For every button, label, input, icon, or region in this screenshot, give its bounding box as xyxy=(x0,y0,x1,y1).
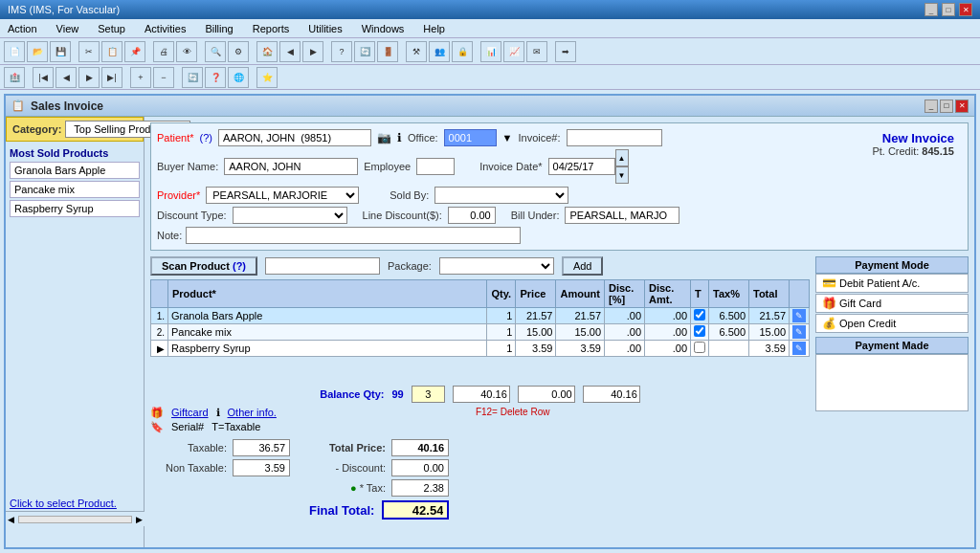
sold-by-select[interactable] xyxy=(434,187,568,204)
row-amount[interactable]: 15.00 xyxy=(556,324,605,341)
row-total[interactable]: 15.00 xyxy=(749,324,790,341)
gift-card-item[interactable]: 🎁 Gift Card xyxy=(815,294,969,313)
row-amount[interactable]: 3.59 xyxy=(556,341,605,357)
menu-setup[interactable]: Setup xyxy=(94,21,129,36)
tb2-left[interactable]: ◀ xyxy=(56,67,77,88)
tb-new[interactable]: 📄 xyxy=(4,41,25,62)
tb-help[interactable]: ? xyxy=(331,41,352,62)
tb-arrow[interactable]: ➡ xyxy=(555,41,576,62)
menu-reports[interactable]: Reports xyxy=(249,21,294,36)
package-select[interactable] xyxy=(439,257,554,275)
tb-preview[interactable]: 👁 xyxy=(176,41,197,62)
giftcard-link[interactable]: Giftcard xyxy=(171,407,209,419)
tb-copy[interactable]: 📋 xyxy=(101,41,122,62)
row-disc-amt[interactable]: .00 xyxy=(645,341,691,357)
taxable-check-1[interactable] xyxy=(694,309,705,321)
invoice-num-input[interactable] xyxy=(567,129,662,146)
row-taxable[interactable] xyxy=(691,341,709,357)
tb2-logo[interactable]: 🏥 xyxy=(4,67,25,88)
row-qty[interactable]: 1 xyxy=(487,308,516,324)
row-product[interactable] xyxy=(168,324,487,341)
discount-value[interactable] xyxy=(391,459,449,476)
invoice-date-input[interactable] xyxy=(548,158,615,175)
row-disc-pct[interactable]: .00 xyxy=(605,324,645,341)
tb-home[interactable]: 🏠 xyxy=(256,41,278,62)
inner-maximize[interactable]: □ xyxy=(940,100,953,113)
product-input-1[interactable] xyxy=(171,310,483,321)
row-taxable[interactable] xyxy=(691,308,709,324)
date-down[interactable]: ▼ xyxy=(615,166,629,184)
tb-mail[interactable]: ✉ xyxy=(526,41,547,62)
tb-search[interactable]: 🔍 xyxy=(205,41,226,62)
row-disc-amt[interactable]: .00 xyxy=(645,324,691,341)
tb2-globe[interactable]: 🌐 xyxy=(228,67,249,88)
tb2-right[interactable]: ▶ xyxy=(78,67,100,88)
discount-type-select[interactable] xyxy=(233,207,347,224)
edit-row-3[interactable]: ✎ xyxy=(792,342,806,355)
inner-close[interactable]: ✕ xyxy=(955,100,969,113)
tb-lock[interactable]: 🔒 xyxy=(452,41,473,62)
menu-windows[interactable]: Windows xyxy=(358,21,409,36)
menu-billing[interactable]: Billing xyxy=(201,21,236,36)
tb2-refresh2[interactable]: 🔄 xyxy=(182,67,203,88)
tb-filter[interactable]: ⚙ xyxy=(228,41,249,62)
provider-select[interactable]: PEARSALL, MARJORIE xyxy=(206,187,359,204)
edit-row-2[interactable]: ✎ xyxy=(792,325,806,339)
menu-action[interactable]: Action xyxy=(4,21,41,36)
menu-activities[interactable]: Activities xyxy=(141,21,189,36)
tb-users[interactable]: 👥 xyxy=(429,41,450,62)
menu-help[interactable]: Help xyxy=(419,21,449,36)
patient-search-icon[interactable]: (?) xyxy=(200,132,212,144)
row-amount[interactable]: 21.57 xyxy=(556,308,605,324)
tb2-del[interactable]: − xyxy=(153,67,174,88)
taxable-value[interactable] xyxy=(233,439,290,456)
menu-utilities[interactable]: Utilities xyxy=(304,21,345,36)
open-credit-item[interactable]: 💰 Open Credit xyxy=(815,314,969,333)
note-input[interactable] xyxy=(186,227,521,244)
row-price[interactable]: 3.59 xyxy=(516,341,556,357)
line-discount-input[interactable] xyxy=(448,207,496,224)
tb-refresh[interactable]: 🔄 xyxy=(354,41,375,62)
row-tax-pct[interactable] xyxy=(709,341,749,357)
tb-print[interactable]: 🖨 xyxy=(153,41,174,62)
tax-value[interactable] xyxy=(391,479,449,497)
scroll-right-arrow[interactable]: ▶ xyxy=(134,515,145,524)
tb-report[interactable]: 📈 xyxy=(503,41,524,62)
row-disc-pct[interactable]: .00 xyxy=(605,341,645,357)
row-qty[interactable]: 1 xyxy=(487,324,516,341)
balance-val-3[interactable] xyxy=(583,386,640,403)
row-total[interactable]: 3.59 xyxy=(749,341,790,357)
tb-back[interactable]: ◀ xyxy=(279,41,301,62)
tb-save[interactable]: 💾 xyxy=(50,41,71,62)
tb-exit[interactable]: 🚪 xyxy=(377,41,398,62)
row-product[interactable] xyxy=(168,308,487,324)
close-button[interactable]: ✕ xyxy=(959,3,972,16)
click-to-select[interactable]: Click to select Product. xyxy=(10,498,117,509)
row-price[interactable]: 15.00 xyxy=(516,324,556,341)
scan-input[interactable] xyxy=(265,257,380,275)
tb-cut[interactable]: ✂ xyxy=(78,41,100,62)
row-total[interactable]: 21.57 xyxy=(749,308,790,324)
row-edit-btn[interactable]: ✎ xyxy=(790,341,810,357)
tb2-question[interactable]: ❓ xyxy=(205,67,226,88)
non-taxable-value[interactable] xyxy=(233,459,290,476)
debit-patient-item[interactable]: 💳 Debit Patient A/c. xyxy=(815,274,969,293)
taxable-check-3[interactable] xyxy=(694,342,705,353)
row-product[interactable] xyxy=(168,341,487,357)
camera-icon[interactable]: 📷 xyxy=(377,131,391,144)
minimize-button[interactable]: _ xyxy=(924,3,938,16)
scan-product-button[interactable]: Scan Product (?) xyxy=(150,256,257,276)
tb-paste[interactable]: 📌 xyxy=(124,41,145,62)
row-tax-pct[interactable]: 6.500 xyxy=(709,308,749,324)
list-item[interactable]: Granola Bars Apple xyxy=(10,162,140,179)
taxable-check-2[interactable] xyxy=(694,325,705,337)
product-input-3[interactable] xyxy=(171,343,483,354)
tb2-prev[interactable]: |◀ xyxy=(33,67,54,88)
info-icon[interactable]: ℹ xyxy=(397,131,402,144)
row-edit-btn[interactable]: ✎ xyxy=(790,308,810,324)
tb2-star[interactable]: ⭐ xyxy=(256,67,278,88)
row-qty[interactable]: 1 xyxy=(487,341,516,357)
tb-chart[interactable]: 📊 xyxy=(480,41,501,62)
list-item[interactable]: Raspberry Syrup xyxy=(10,200,140,217)
balance-qty-input[interactable] xyxy=(412,386,445,403)
